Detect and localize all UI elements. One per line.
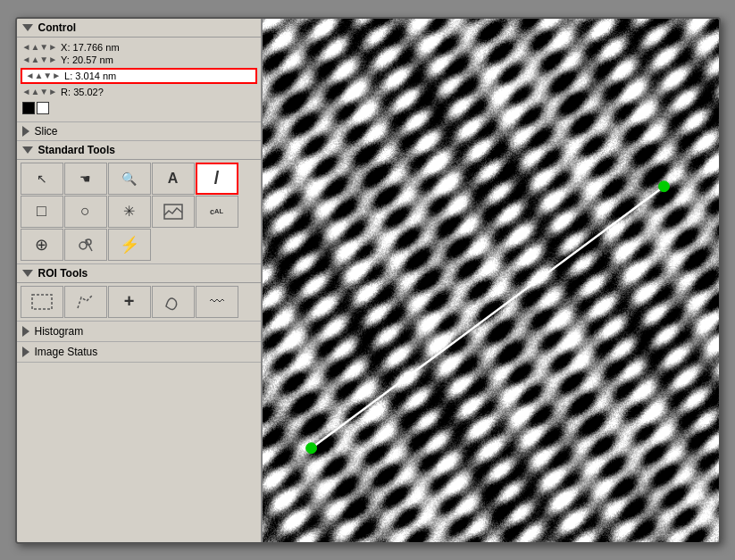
image-status-row: Image Status [17,342,261,363]
y-value: Y: 20.57 nm [61,54,113,65]
bg-color-swatch[interactable] [37,102,49,114]
control-l-row: ◄▲▼► L: 3.014 nm [21,68,257,84]
crosshair-tool[interactable]: ⊕ [21,229,63,261]
roi-tools-grid: + 〰 [17,283,261,321]
lasso-tool[interactable] [152,286,195,318]
hand-tool[interactable]: ☚ [64,163,107,195]
roi-tools-header: ROI Tools [17,264,261,283]
image-status-collapse-icon[interactable] [22,347,29,357]
dashed-rect-roi-tool[interactable] [21,286,63,318]
x-arrows[interactable]: ◄▲▼► [22,42,58,52]
control-collapse-icon[interactable] [22,24,33,31]
wave-roi-tool[interactable]: 〰 [196,286,238,318]
image-tool[interactable] [152,196,195,228]
roi-tools-collapse-icon[interactable] [22,270,33,277]
text-tool[interactable]: A [152,163,195,195]
roi-tools-section: ROI Tools + 〰 [17,264,261,322]
ellipse-tool[interactable]: ○ [64,196,107,228]
rectangle-tool[interactable]: □ [21,196,63,228]
y-arrows[interactable]: ◄▲▼► [22,54,58,64]
r-value: R: 35.02? [61,87,104,97]
control-y-row: ◄▲▼► Y: 20.57 nm [17,54,261,66]
left-panel: Control ◄▲▼► X: 17.766 nm ◄▲▼► Y: 20.57 … [17,19,263,542]
control-r-row: ◄▲▼► R: 35.02? [17,86,261,98]
control-header: Control [17,19,261,38]
lightning-tool[interactable]: ⚡ [108,229,151,261]
histogram-collapse-icon[interactable] [22,326,29,337]
roi-tools-label: ROI Tools [38,267,88,280]
app-window: Control ◄▲▼► X: 17.766 nm ◄▲▼► Y: 20.57 … [15,17,721,544]
slice-header: Slice [17,122,261,140]
standard-tools-label: Standard Tools [38,144,115,156]
cal-tool[interactable]: cAL [196,196,238,228]
l-value: L: 3.014 nm [64,71,116,81]
x-value: X: 17.766 nm [61,42,119,53]
control-title: Control [38,21,77,34]
slice-collapse-icon[interactable] [22,126,29,137]
line-tool[interactable]: / [196,163,238,195]
standard-tools-collapse-icon[interactable] [22,146,33,154]
control-x-row: ◄▲▼► X: 17.766 nm [17,41,261,54]
brush-tool[interactable] [64,229,107,261]
fg-color-swatch[interactable] [22,102,35,114]
microscope-image-canvas [263,19,719,542]
l-arrows[interactable]: ◄▲▼► [26,71,62,80]
slice-section: Slice [17,122,261,141]
freehand-roi-tool[interactable] [64,286,107,318]
standard-tools-section: Standard Tools ↖ ☚ 🔍 A / □ ○ ✳ cAL ⊕ [17,141,261,264]
arrow-tool[interactable]: ↖ [21,163,63,195]
right-panel [263,19,719,542]
standard-tools-grid: ↖ ☚ 🔍 A / □ ○ ✳ cAL ⊕ [17,160,261,263]
histogram-row: Histogram [17,322,261,342]
image-status-label: Image Status [35,346,98,358]
standard-tools-header: Standard Tools [17,141,261,160]
magnify-tool[interactable]: 🔍 [108,163,151,195]
svg-rect-4 [32,295,52,309]
r-arrows[interactable]: ◄▲▼► [22,87,58,96]
slice-label: Slice [35,125,58,138]
wand-tool[interactable]: ✳ [108,196,151,228]
crosshair-roi-tool[interactable]: + [108,286,151,318]
control-section: ◄▲▼► X: 17.766 nm ◄▲▼► Y: 20.57 nm ◄▲▼► … [17,38,261,122]
histogram-label: Histogram [35,325,84,338]
